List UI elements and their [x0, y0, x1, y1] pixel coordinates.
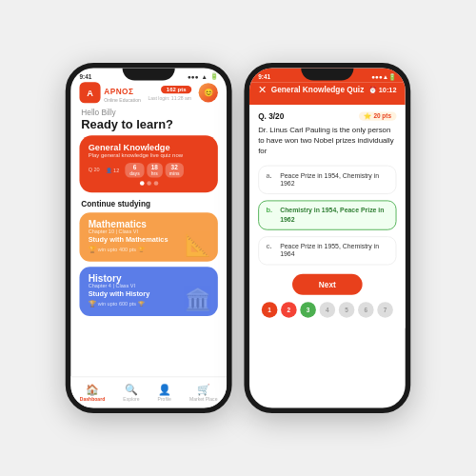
prog-7: 7: [377, 302, 393, 318]
quiz-header: ✕ General Knowledge Quiz ⏰ 10:12: [249, 82, 406, 105]
option-c-letter: c.: [266, 242, 274, 249]
status-time-2: 9:41: [258, 73, 270, 79]
stat-days: 6 days: [126, 163, 145, 178]
option-b-letter: b.: [266, 207, 274, 214]
phone-notch: [123, 69, 175, 81]
carousel-dots: [89, 181, 209, 186]
history-card[interactable]: History Chapter 4 | Class VI Study with …: [79, 267, 217, 316]
progress-dots: 1 2 3 4 5 6 7: [258, 302, 396, 321]
option-b[interactable]: b. Chemistry in 1954, Peace Prize in 196…: [258, 201, 396, 230]
nav-explore-label: Explore: [123, 397, 139, 403]
dot-2: [147, 181, 151, 186]
question-number: Q. 3/20: [258, 112, 284, 121]
prog-1: 1: [262, 302, 278, 318]
prog-2: 2: [281, 302, 297, 318]
close-button[interactable]: ✕: [258, 84, 267, 96]
prog-4: 4: [320, 302, 336, 318]
dashboard-icon: 🏠: [86, 384, 99, 396]
greeting: Hello Billy Ready to learn?: [70, 109, 227, 132]
app-header: A ΑΡΝΟΣ Online Education 162 pts Last lo…: [70, 82, 227, 109]
nav-profile[interactable]: 👤 Profile: [158, 384, 171, 402]
clock-icon: ⏰: [368, 86, 377, 93]
quiz-body: Q. 3/20 ⭐ 20 pts Dr. Linus Carl Pauling …: [249, 105, 406, 328]
prog-3: 3: [300, 302, 316, 318]
math-card[interactable]: Mathematics Chapter 10 | Class VI Study …: [79, 212, 217, 262]
next-button[interactable]: Next: [292, 274, 362, 295]
option-c[interactable]: c. Peace Prize in 1955, Chemistry in 196…: [258, 236, 396, 266]
section-title: Continue studying: [70, 199, 227, 212]
phone-notch-2: [301, 69, 353, 81]
nav-marketplace-label: Market Place: [189, 397, 218, 403]
gk-stats: Q 20 👤 12 6 days 18 hrs 32 mi: [89, 163, 209, 178]
last-login: Last login: 11:28 am: [148, 95, 191, 101]
option-a-text: Peace Prize in 1954, Chemistry in 1962: [280, 171, 388, 188]
status-time: 9:41: [79, 73, 91, 79]
logo-text: ΑΡΝΟΣ: [104, 88, 133, 96]
quiz-timer: ⏰ 10:12: [368, 86, 397, 93]
dot-1: [140, 181, 145, 186]
history-title: History: [89, 273, 209, 284]
gk-card-title: General Knowledge: [89, 143, 209, 152]
question-pts: ⭐ 20 pts: [359, 112, 397, 121]
logo-subtext: Online Education: [104, 98, 141, 104]
stat-hrs: 18 hrs: [147, 163, 162, 178]
history-emoji: 🏛️: [185, 287, 211, 311]
math-emoji: 📐: [185, 232, 211, 257]
greeting-ready: Ready to learn?: [81, 117, 216, 131]
trophy-icon-2: 🏆: [89, 300, 96, 307]
gk-card-subtitle: Play general knowledge live quiz now: [89, 152, 209, 158]
question-text: Dr. Linus Carl Pauling is the only perso…: [258, 125, 396, 156]
nav-profile-label: Profile: [158, 397, 171, 403]
stat-mins: 32 mins: [165, 163, 184, 178]
phone-dashboard: 9:41 ●●● ▲ 🔋 A ΑΡΝΟΣ Online Education: [66, 63, 232, 413]
players-label: 👤 12: [106, 167, 119, 172]
avatar: 😊: [199, 83, 218, 102]
option-a-letter: a.: [266, 171, 274, 179]
logo-icon: A: [79, 82, 100, 103]
pts-badge: 162 pts: [161, 85, 191, 92]
option-b-text: Chemistry in 1954, Peace Prize in 1962: [280, 207, 388, 224]
prog-5: 5: [339, 302, 355, 318]
countdown-boxes: 6 days 18 hrs 32 mins: [126, 163, 185, 178]
logo-area: A ΑΡΝΟΣ Online Education: [79, 82, 140, 103]
option-a[interactable]: a. Peace Prize in 1954, Chemistry in 196…: [258, 165, 396, 194]
profile-icon: 👤: [158, 384, 171, 396]
nav-dashboard-label: Dashboard: [80, 397, 105, 403]
dot-3: [153, 181, 158, 186]
quiz-title: General Knowledge Quiz: [267, 86, 367, 94]
status-icons: ●●● ▲ 🔋: [188, 72, 218, 79]
trophy-icon: 🏆: [89, 246, 96, 252]
q-label: Q 20: [89, 168, 100, 173]
nav-marketplace[interactable]: 🛒 Market Place: [189, 384, 218, 402]
bottom-nav: 🏠 Dashboard 🔍 Explore 👤 Profile 🛒 Market…: [70, 376, 227, 407]
explore-icon: 🔍: [125, 384, 138, 396]
option-c-text: Peace Prize in 1955, Chemistry in 1964: [280, 242, 388, 259]
nav-dashboard[interactable]: 🏠 Dashboard: [80, 384, 105, 402]
prog-6: 6: [358, 302, 374, 318]
nav-explore[interactable]: 🔍 Explore: [123, 384, 139, 402]
status-icons-2: ●●●▲🔋: [371, 73, 396, 80]
marketplace-icon: 🛒: [197, 384, 210, 396]
question-meta: Q. 3/20 ⭐ 20 pts: [258, 112, 396, 121]
greeting-hello: Hello Billy: [81, 109, 216, 117]
quiz-header-bar: ✕ General Knowledge Quiz ⏰ 10:12: [258, 84, 396, 96]
math-title: Mathematics: [89, 219, 209, 229]
phone-quiz: 9:41 ●●●▲🔋 ✕ General Knowledge Quiz ⏰ 10…: [244, 63, 410, 413]
header-right: 162 pts Last login: 11:28 am: [148, 85, 191, 100]
gk-card[interactable]: General Knowledge Play general knowledge…: [79, 135, 217, 192]
